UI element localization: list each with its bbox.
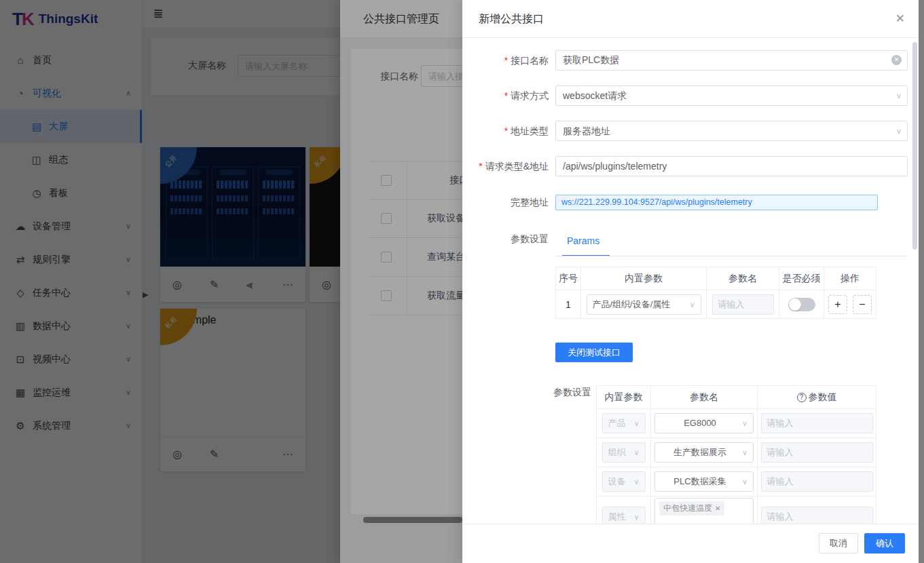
param-name-input[interactable]: 请输入: [712, 294, 774, 315]
remove-row-button[interactable]: −: [853, 295, 872, 314]
add-interface-drawer: 新增公共接口 ✕ 接口名称 ✕ 请求方式 websocket请求 ∨ 地址类型 …: [462, 0, 924, 563]
builtin-select-product: 产品∨: [602, 413, 646, 433]
drawer-scrollbar-thumb[interactable]: [912, 42, 917, 250]
chevron-down-icon: ∨: [896, 121, 902, 140]
request-url-label: 请求类型&地址: [462, 161, 549, 173]
tag-remove-icon[interactable]: ✕: [715, 505, 720, 512]
chevron-down-icon: ∨: [633, 472, 639, 491]
window-scrollbar[interactable]: [919, 0, 924, 563]
api-name-label: 接口名称: [462, 55, 549, 67]
cancel-button[interactable]: 取消: [819, 533, 858, 554]
confirm-button[interactable]: 确认: [864, 533, 905, 554]
drawer-footer: 取消 确认: [462, 524, 924, 563]
close-test-interface-button[interactable]: 关闭测试接口: [555, 343, 633, 362]
col-seq: 序号: [556, 267, 581, 290]
values-section-label: 参数设置: [553, 387, 591, 399]
params-section-label: 参数设置: [462, 233, 549, 246]
col-actions: 操作: [824, 267, 876, 290]
param-value-input[interactable]: 请输入: [761, 442, 873, 463]
drawer-header: 新增公共接口 ✕: [462, 0, 924, 38]
org-select[interactable]: 生产数据展示∨: [654, 442, 754, 463]
builtin-select-device: 设备∨: [602, 471, 646, 492]
product-select[interactable]: EG8000∨: [654, 413, 754, 433]
col-required: 是否必须: [779, 267, 824, 290]
clear-input-icon[interactable]: ✕: [891, 55, 902, 65]
param-value-input[interactable]: 请输入: [761, 507, 873, 524]
cell-seq: 1: [556, 290, 581, 319]
tab-divider: [555, 256, 908, 256]
params-table: 序号 内置参数 参数名 是否必须 操作 1 产品/组织/设备/属性 ∨ 请输入 …: [555, 267, 876, 319]
param-value-input[interactable]: 请输入: [761, 413, 873, 433]
request-mode-label: 请求方式: [462, 90, 549, 102]
attribute-multiselect[interactable]: 中包快速温度✕: [654, 498, 754, 524]
builtin-select-org: 组织∨: [602, 442, 646, 463]
chevron-down-icon: ∨: [633, 414, 639, 433]
required-toggle[interactable]: [788, 298, 815, 311]
add-row-button[interactable]: +: [828, 295, 847, 314]
help-icon[interactable]: ?: [797, 393, 807, 402]
col-param-name: 参数名: [651, 386, 758, 409]
close-icon[interactable]: ✕: [895, 12, 905, 26]
tab-params[interactable]: Params: [567, 235, 599, 246]
chevron-down-icon: ∨: [742, 443, 747, 462]
builtin-param-select[interactable]: 产品/组织/设备/属性 ∨: [587, 294, 701, 315]
col-param-name: 参数名: [707, 267, 779, 290]
full-addr-label: 完整地址: [462, 197, 549, 209]
full-addr-value: ws://221.229.99.104:9527/api/ws/plugins/…: [555, 195, 878, 210]
param-value-input[interactable]: 请输入: [761, 471, 873, 492]
chevron-down-icon: ∨: [689, 295, 695, 314]
request-mode-select[interactable]: websocket请求 ∨: [555, 85, 908, 106]
chevron-down-icon: ∨: [633, 443, 639, 462]
request-url-input[interactable]: [555, 156, 908, 176]
attribute-tag: 中包快速温度✕: [659, 501, 724, 516]
col-builtin: 内置参数: [597, 386, 651, 409]
api-name-input[interactable]: [555, 50, 908, 71]
addr-type-select[interactable]: 服务器地址 ∨: [555, 121, 908, 141]
builtin-select-attribute: 属性∨: [602, 507, 646, 524]
device-select[interactable]: PLC数据采集∨: [654, 471, 754, 492]
col-builtin: 内置参数: [581, 267, 707, 290]
col-param-value: ? 参数值: [758, 386, 876, 409]
param-values-table: 内置参数 参数名 ? 参数值 产品∨ EG8000∨ 请输入 组织∨ 生产数据展…: [596, 385, 876, 524]
addr-type-label: 地址类型: [462, 125, 549, 138]
chevron-down-icon: ∨: [742, 414, 747, 433]
chevron-down-icon: ∨: [742, 472, 747, 491]
chevron-down-icon: ∨: [633, 507, 639, 524]
chevron-down-icon: ∨: [896, 86, 902, 105]
drawer-title: 新增公共接口: [479, 12, 544, 26]
drawer-body: 接口名称 ✕ 请求方式 websocket请求 ∨ 地址类型 服务器地址 ∨ 请…: [462, 38, 924, 524]
